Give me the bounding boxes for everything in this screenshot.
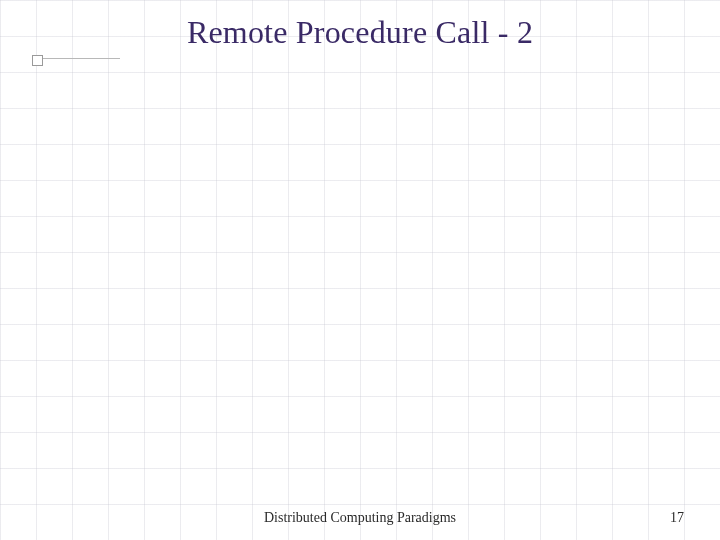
slide: Remote Procedure Call - 2 Distributed Co… [0, 0, 720, 540]
title-underline-decoration [40, 58, 120, 59]
title-area: Remote Procedure Call - 2 [0, 14, 720, 51]
footer-text: Distributed Computing Paradigms [0, 510, 720, 526]
slide-title: Remote Procedure Call - 2 [187, 14, 533, 51]
page-number: 17 [670, 510, 684, 526]
